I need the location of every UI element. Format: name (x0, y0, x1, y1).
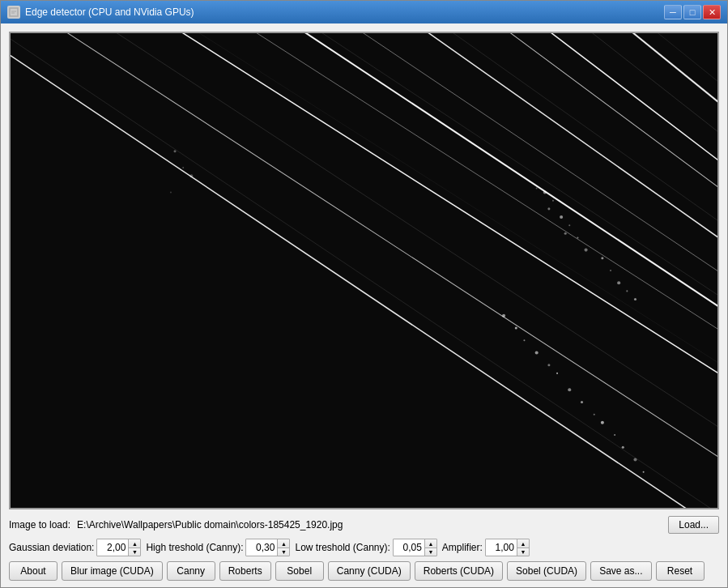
amplifier-spin-buttons: ▲ ▼ (517, 539, 529, 556)
app-icon (7, 6, 20, 19)
path-value: E:\Archive\Wallpapers\Public domain\colo… (77, 519, 662, 530)
low-threshold-group: Low treshold (Canny): ▲ ▼ (295, 539, 436, 556)
svg-point-29 (585, 249, 588, 252)
svg-point-39 (502, 314, 505, 317)
amplifier-spinner: ▲ ▼ (485, 539, 530, 556)
load-button[interactable]: Load... (668, 516, 719, 534)
svg-point-25 (560, 215, 563, 219)
svg-point-32 (617, 281, 620, 284)
roberts-cuda-button[interactable]: Roberts (CUDA) (415, 561, 503, 581)
path-row: Image to load: E:\Archive\Wallpapers\Pub… (9, 516, 719, 534)
svg-point-44 (556, 373, 558, 374)
low-threshold-spin-buttons: ▲ ▼ (424, 539, 436, 556)
blur-cuda-button[interactable]: Blur image (CUDA) (62, 561, 163, 581)
edge-image (11, 33, 717, 508)
svg-point-35 (174, 150, 177, 152)
high-threshold-label: High treshold (Canny): (146, 542, 243, 553)
content-area: Image to load: E:\Archive\Wallpapers\Pub… (1, 23, 727, 587)
low-threshold-spin-down[interactable]: ▼ (425, 548, 436, 556)
svg-point-41 (523, 339, 525, 341)
bottom-controls: Image to load: E:\Archive\Wallpapers\Pub… (9, 516, 719, 581)
low-threshold-spin-up[interactable]: ▲ (425, 539, 436, 548)
gaussian-label: Gaussian deviation: (9, 542, 94, 553)
maximize-button[interactable]: □ (683, 5, 701, 19)
low-threshold-spinner: ▲ ▼ (393, 539, 437, 556)
low-threshold-input[interactable] (394, 539, 424, 556)
svg-point-23 (547, 207, 550, 210)
svg-point-31 (610, 270, 611, 271)
svg-point-50 (622, 446, 624, 449)
high-threshold-spinner: ▲ ▼ (245, 539, 290, 556)
about-button[interactable]: About (9, 561, 57, 581)
svg-point-37 (189, 174, 193, 177)
gaussian-spinner: ▲ ▼ (96, 539, 141, 556)
window-title: Edge detector (CPU and NVidia GPUs) (25, 6, 194, 18)
path-label: Image to load: (9, 519, 70, 530)
low-threshold-label: Low treshold (Canny): (295, 542, 390, 553)
gaussian-spin-down[interactable]: ▼ (129, 548, 140, 556)
title-bar: Edge detector (CPU and NVidia GPUs) ─ □ … (1, 1, 727, 23)
svg-point-33 (626, 290, 628, 292)
action-buttons-row: About Blur image (CUDA) Canny Roberts So… (9, 561, 719, 581)
svg-point-28 (577, 236, 578, 238)
svg-point-51 (633, 458, 636, 461)
image-display (9, 32, 719, 509)
canny-cuda-button[interactable]: Canny (CUDA) (328, 561, 411, 581)
image-canvas (11, 33, 717, 508)
svg-point-22 (552, 200, 554, 202)
save-as-button[interactable]: Save as... (590, 561, 651, 581)
svg-point-47 (594, 414, 595, 415)
gaussian-input[interactable] (97, 539, 128, 556)
amplifier-spin-down[interactable]: ▼ (517, 548, 529, 556)
svg-point-46 (581, 401, 583, 403)
high-threshold-spin-buttons: ▲ ▼ (277, 539, 289, 556)
canny-button[interactable]: Canny (167, 561, 215, 581)
high-threshold-input[interactable] (246, 539, 277, 556)
gaussian-spin-buttons: ▲ ▼ (128, 539, 140, 556)
svg-point-34 (634, 298, 636, 300)
svg-point-26 (568, 224, 570, 226)
svg-point-52 (643, 471, 645, 473)
amplifier-label: Amplifier: (442, 542, 483, 553)
svg-point-45 (568, 388, 571, 391)
window-controls: ─ □ ✕ (664, 5, 721, 19)
amplifier-input[interactable] (486, 539, 517, 556)
high-threshold-spin-down[interactable]: ▼ (278, 548, 289, 556)
svg-point-38 (170, 192, 172, 194)
sobel-button[interactable]: Sobel (275, 561, 324, 581)
sobel-cuda-button[interactable]: Sobel (CUDA) (507, 561, 586, 581)
gaussian-spin-up[interactable]: ▲ (129, 539, 140, 548)
svg-point-42 (535, 351, 539, 354)
gaussian-group: Gaussian deviation: ▲ ▼ (9, 539, 141, 556)
roberts-button[interactable]: Roberts (219, 561, 271, 581)
close-button[interactable]: ✕ (703, 5, 721, 19)
svg-point-40 (515, 327, 517, 330)
amplifier-group: Amplifier: ▲ ▼ (442, 539, 530, 556)
svg-rect-0 (10, 8, 18, 16)
high-threshold-spin-up[interactable]: ▲ (278, 539, 289, 548)
svg-point-30 (601, 257, 603, 259)
svg-point-43 (547, 364, 550, 366)
minimize-button[interactable]: ─ (664, 5, 682, 19)
params-row: Gaussian deviation: ▲ ▼ High treshold (C… (9, 539, 719, 556)
title-bar-left: Edge detector (CPU and NVidia GPUs) (7, 6, 194, 19)
svg-point-36 (182, 167, 184, 168)
reset-button[interactable]: Reset (656, 561, 705, 581)
svg-point-24 (536, 187, 538, 189)
svg-point-27 (564, 232, 567, 235)
main-window: Edge detector (CPU and NVidia GPUs) ─ □ … (0, 0, 728, 588)
amplifier-spin-up[interactable]: ▲ (517, 539, 529, 548)
high-threshold-group: High treshold (Canny): ▲ ▼ (146, 539, 290, 556)
svg-point-49 (614, 434, 615, 436)
svg-point-21 (543, 191, 547, 194)
svg-point-48 (601, 421, 604, 424)
